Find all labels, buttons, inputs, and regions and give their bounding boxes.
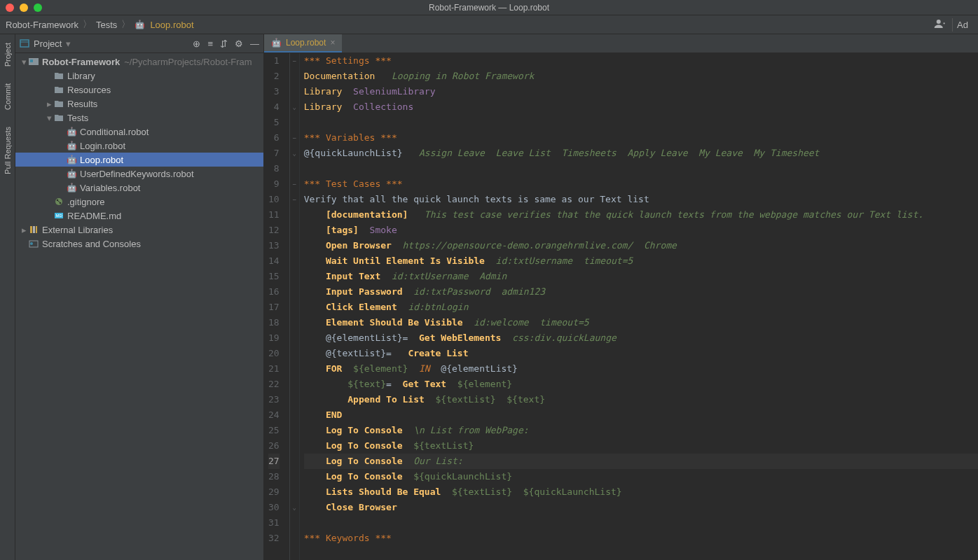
line-number[interactable]: 4 [268, 99, 280, 115]
line-number[interactable]: 5 [268, 115, 280, 130]
tree-item-results[interactable]: ▸Results [15, 97, 263, 111]
editor-tab-loop[interactable]: 🤖 Loop.robot × [264, 34, 342, 52]
line-number[interactable]: 15 [268, 269, 280, 284]
fold-marker-icon[interactable]: − [290, 192, 299, 207]
line-number[interactable]: 17 [268, 300, 280, 315]
chevron-right-icon[interactable]: ▸ [20, 225, 28, 235]
project-panel-title[interactable]: Project [34, 38, 62, 49]
code-line[interactable]: [documentation] This test case verifies … [304, 207, 978, 223]
line-number[interactable]: 23 [268, 392, 280, 407]
code-line[interactable] [304, 115, 978, 130]
code-line[interactable]: ${text}= Get Text ${element} [304, 377, 978, 392]
code-line[interactable]: *** Keywords *** [304, 531, 978, 546]
tree-item-variables-robot[interactable]: 🤖Variables.robot [15, 181, 263, 195]
close-window-icon[interactable] [6, 4, 14, 12]
project-tree[interactable]: ▾ Robot-Framework ~/PycharmProjects/Robo… [15, 53, 263, 560]
code-line[interactable]: Verify that all the quick launch texts i… [304, 192, 978, 207]
code-line[interactable]: *** Variables *** [304, 130, 978, 146]
code-content[interactable]: *** Settings ***Documentation Looping in… [300, 53, 978, 560]
code-line[interactable]: END [304, 407, 978, 423]
expand-all-icon[interactable]: ≡ [207, 38, 213, 49]
fold-marker-icon[interactable]: − [290, 176, 299, 192]
fold-marker-icon[interactable]: ⌄ [290, 146, 299, 161]
line-number[interactable]: 1 [268, 53, 280, 69]
code-line[interactable]: Library SeleniumLibrary [304, 84, 978, 99]
code-line[interactable]: Log To Console Our List: [304, 454, 978, 469]
line-number[interactable]: 28 [268, 469, 280, 484]
code-line[interactable]: Log To Console ${textList} [304, 438, 978, 454]
line-number[interactable]: 7 [268, 146, 280, 161]
code-line[interactable]: *** Test Cases *** [304, 176, 978, 192]
line-number[interactable]: 12 [268, 223, 280, 238]
code-line[interactable]: Element Should Be Visible id:welcome tim… [304, 315, 978, 330]
close-tab-icon[interactable]: × [330, 38, 335, 48]
code-line[interactable] [304, 161, 978, 176]
breadcrumb-folder[interactable]: Tests [96, 20, 117, 30]
line-number[interactable]: 18 [268, 315, 280, 330]
code-line[interactable]: Open Browser https://opensource-demo.ora… [304, 238, 978, 253]
code-line[interactable]: @{quickLaunchList} Assign Leave Leave Li… [304, 146, 978, 161]
code-line[interactable]: Log To Console ${quickLaunchList} [304, 469, 978, 484]
code-line[interactable]: *** Settings *** [304, 53, 978, 69]
line-number[interactable]: 25 [268, 423, 280, 438]
chevron-down-icon[interactable]: ▾ [66, 38, 71, 49]
fold-gutter[interactable]: −⌄−⌄−−⌄ [290, 53, 300, 560]
tree-item-loop-robot[interactable]: 🤖Loop.robot [15, 153, 263, 167]
line-number[interactable]: 14 [268, 253, 280, 269]
account-icon[interactable] [934, 19, 946, 31]
maximize-window-icon[interactable] [34, 4, 42, 12]
external-libraries[interactable]: ▸ External Libraries [15, 223, 263, 237]
tree-arrow-icon[interactable]: ▸ [45, 99, 53, 109]
add-config-button[interactable]: Ad [952, 18, 972, 31]
code-line[interactable]: FOR ${element} IN @{elementList} [304, 361, 978, 377]
line-number[interactable]: 31 [268, 515, 280, 531]
gear-icon[interactable]: ⚙ [235, 38, 243, 49]
code-line[interactable]: @{elementList}= Get WebElements css:div.… [304, 330, 978, 346]
tool-tab-commit[interactable]: Commit [4, 83, 12, 110]
tree-item--gitignore[interactable]: .gitignore [15, 195, 263, 209]
tree-item-resources[interactable]: Resources [15, 83, 263, 97]
tree-item-conditional-robot[interactable]: 🤖Conditional.robot [15, 125, 263, 139]
tree-item-readme-md[interactable]: MDREADME.md [15, 209, 263, 223]
line-number[interactable]: 21 [268, 361, 280, 377]
tree-item-library[interactable]: Library [15, 69, 263, 83]
line-number[interactable]: 13 [268, 238, 280, 253]
chevron-down-icon[interactable]: ▾ [20, 57, 28, 67]
line-number[interactable]: 30 [268, 500, 280, 515]
tool-tab-pull-requests[interactable]: Pull Requests [4, 127, 12, 174]
line-number[interactable]: 10 [268, 192, 280, 207]
line-number[interactable]: 11 [268, 207, 280, 223]
line-number[interactable]: 29 [268, 484, 280, 500]
line-number[interactable]: 26 [268, 438, 280, 454]
fold-marker-icon[interactable]: ⌄ [290, 99, 299, 115]
line-number[interactable]: 8 [268, 161, 280, 176]
fold-marker-icon[interactable]: − [290, 53, 299, 69]
fold-marker-icon[interactable]: ⌄ [290, 500, 299, 515]
line-number[interactable]: 27 [268, 454, 280, 469]
breadcrumb-root[interactable]: Robot-Framework [6, 20, 78, 30]
line-number[interactable]: 6 [268, 130, 280, 146]
code-line[interactable] [304, 515, 978, 531]
code-editor[interactable]: 1234567891011121314151617181920212223242… [264, 53, 978, 560]
line-number[interactable]: 22 [268, 377, 280, 392]
tree-item-login-robot[interactable]: 🤖Login.robot [15, 139, 263, 153]
line-number-gutter[interactable]: 1234567891011121314151617181920212223242… [264, 53, 290, 560]
line-number[interactable]: 20 [268, 346, 280, 361]
line-number[interactable]: 16 [268, 284, 280, 300]
tool-tab-project[interactable]: Project [4, 43, 12, 66]
code-line[interactable]: Append To List ${textList} ${text} [304, 392, 978, 407]
tree-root[interactable]: ▾ Robot-Framework ~/PycharmProjects/Robo… [15, 55, 263, 69]
code-line[interactable]: Documentation Looping in Robot Framework [304, 69, 978, 84]
select-opened-file-icon[interactable]: ⊕ [193, 38, 200, 49]
fold-marker-icon[interactable]: − [290, 130, 299, 146]
line-number[interactable]: 9 [268, 176, 280, 192]
code-line[interactable]: Input Text id:txtUsername Admin [304, 269, 978, 284]
collapse-all-icon[interactable]: ⇵ [220, 38, 228, 49]
tree-item-tests[interactable]: ▾Tests [15, 111, 263, 125]
code-line[interactable]: Lists Should Be Equal ${textList} ${quic… [304, 484, 978, 500]
code-line[interactable]: [tags] Smoke [304, 223, 978, 238]
code-line[interactable]: Click Element id:btnLogin [304, 300, 978, 315]
line-number[interactable]: 32 [268, 531, 280, 546]
line-number[interactable]: 24 [268, 407, 280, 423]
hide-panel-icon[interactable]: — [250, 38, 259, 49]
